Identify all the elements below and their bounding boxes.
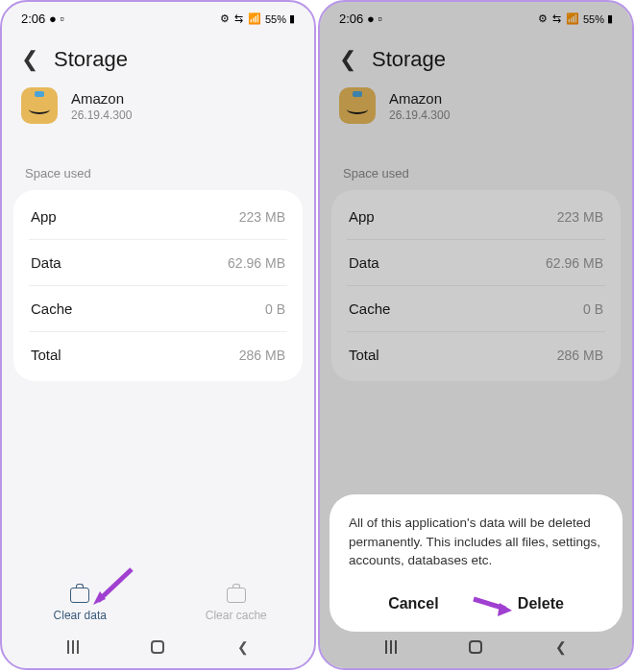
back-icon[interactable]: ❮ [339, 47, 356, 72]
section-label: Space used [320, 143, 632, 190]
app-info: Amazon 26.19.4.300 [320, 84, 632, 143]
header: ❮ Storage [2, 32, 314, 84]
annotation-arrow [88, 564, 136, 612]
nav-bar: ❮ [2, 628, 314, 668]
amazon-app-icon [21, 87, 58, 124]
nav-home-icon[interactable] [469, 640, 482, 654]
row-cache: Cache 0 B [347, 286, 605, 332]
row-data: Data 62.96 MB [347, 240, 605, 286]
clear-data-icon [70, 588, 89, 603]
confirm-dialog: All of this application's data will be d… [330, 494, 623, 632]
section-label: Space used [2, 143, 314, 190]
amazon-app-icon [339, 87, 376, 124]
storage-card: App 223 MB Data 62.96 MB Cache 0 B Total… [331, 190, 621, 381]
nav-recent-icon[interactable] [67, 640, 79, 654]
annotation-arrow [469, 582, 517, 630]
app-info: Amazon 26.19.4.300 [2, 84, 314, 143]
row-total: Total 286 MB [29, 332, 287, 377]
status-icons: ⚙ ⇆ 📶 55% ▮ [220, 12, 295, 25]
cancel-button[interactable]: Cancel [369, 589, 457, 618]
status-time: 2:06 ● ▫ [21, 12, 64, 26]
nav-bar: ❮ [320, 628, 632, 668]
page-title: Storage [372, 47, 446, 72]
clear-cache-button: Clear cache [159, 578, 315, 632]
app-name: Amazon [71, 90, 132, 107]
clear-cache-icon [227, 588, 246, 603]
app-version: 26.19.4.300 [71, 108, 132, 122]
status-icons: ⚙ ⇆ 📶 55% ▮ [538, 12, 613, 25]
back-icon[interactable]: ❮ [21, 47, 38, 72]
row-cache: Cache 0 B [29, 286, 287, 332]
header: ❮ Storage [320, 32, 632, 84]
row-data: Data 62.96 MB [29, 240, 287, 286]
row-app: App 223 MB [347, 194, 605, 240]
row-app: App 223 MB [29, 194, 287, 240]
status-bar: 2:06 ● ▫ ⚙ ⇆ 📶 55% ▮ [320, 2, 632, 32]
page-title: Storage [54, 47, 128, 72]
storage-card: App 223 MB Data 62.96 MB Cache 0 B Total… [13, 190, 303, 381]
bottom-actions: Clear data Clear cache [2, 578, 314, 632]
app-version: 26.19.4.300 [389, 108, 450, 122]
nav-home-icon[interactable] [151, 640, 164, 654]
phone-screen-left: 2:06 ● ▫ ⚙ ⇆ 📶 55% ▮ ❮ Storage Amazon 26… [0, 0, 316, 670]
nav-back-icon[interactable]: ❮ [237, 639, 249, 655]
nav-back-icon[interactable]: ❮ [555, 639, 567, 655]
status-bar: 2:06 ● ▫ ⚙ ⇆ 📶 55% ▮ [2, 2, 314, 32]
nav-recent-icon[interactable] [385, 640, 397, 654]
row-total: Total 286 MB [347, 332, 605, 377]
app-name: Amazon [389, 90, 450, 107]
status-time: 2:06 ● ▫ [339, 12, 382, 26]
phone-screen-right: 2:06 ● ▫ ⚙ ⇆ 📶 55% ▮ ❮ Storage Amazon 26… [318, 0, 634, 670]
dialog-message: All of this application's data will be d… [349, 514, 603, 570]
